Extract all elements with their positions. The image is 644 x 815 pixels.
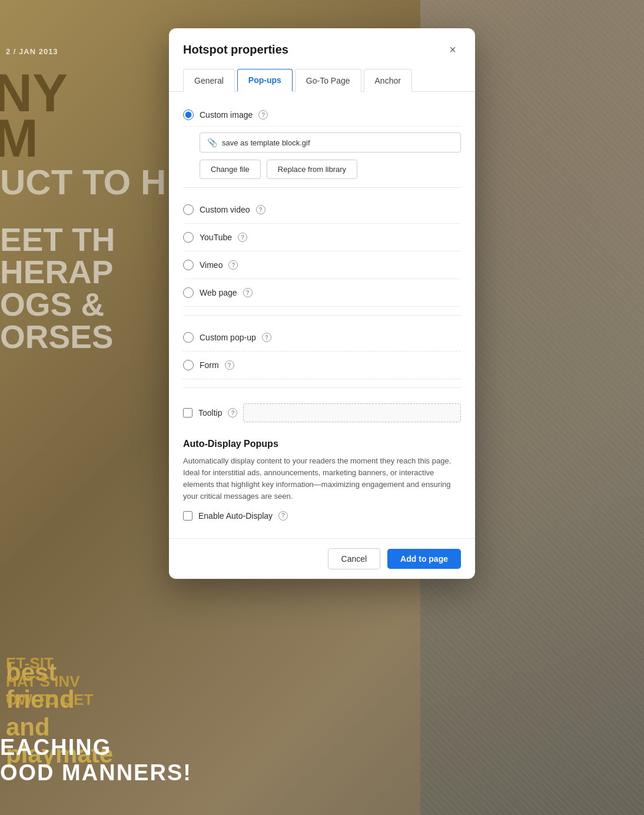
enable-row: Enable Auto-Display ? <box>183 511 461 521</box>
vimeo-section: Vimeo ? <box>183 251 461 279</box>
divider-3 <box>183 387 461 388</box>
form-help-icon[interactable]: ? <box>225 360 234 370</box>
cancel-button[interactable]: Cancel <box>328 548 381 569</box>
form-label[interactable]: Form <box>200 360 219 370</box>
tooltip-checkbox[interactable] <box>183 408 192 418</box>
vimeo-radio[interactable] <box>183 260 194 270</box>
vimeo-label[interactable]: Vimeo <box>200 260 223 270</box>
radio-sections: Custom video ? YouTube ? Vimeo ? <box>183 196 461 379</box>
dialog-footer: Cancel Add to page <box>169 538 475 579</box>
tooltip-row: Tooltip ? <box>183 396 461 429</box>
custom-image-help-icon[interactable]: ? <box>258 110 268 120</box>
youtube-section: YouTube ? <box>183 224 461 251</box>
dialog-header: Hotspot properties × <box>169 28 475 68</box>
custom-popup-radio[interactable] <box>183 332 194 343</box>
custom-image-radio[interactable] <box>183 110 194 120</box>
auto-display-title: Auto-Display Popups <box>183 439 461 449</box>
custom-popup-row: Custom pop-up ? <box>183 326 461 349</box>
youtube-row: YouTube ? <box>183 226 461 249</box>
tooltip-help-icon[interactable]: ? <box>228 408 237 418</box>
divider-1 <box>183 187 461 188</box>
add-to-page-button[interactable]: Add to page <box>387 549 461 569</box>
custom-popup-section: Custom pop-up ? <box>183 324 461 352</box>
tab-general[interactable]: General <box>183 69 235 92</box>
dialog-title: Hotspot properties <box>183 43 288 57</box>
custom-video-section: Custom video ? <box>183 196 461 224</box>
auto-display-section: Auto-Display Popups Automatically displa… <box>183 429 461 526</box>
vimeo-row: Vimeo ? <box>183 254 461 276</box>
custom-video-label[interactable]: Custom video <box>200 205 250 214</box>
tooltip-input[interactable] <box>243 403 461 422</box>
custom-image-label[interactable]: Custom image <box>200 110 253 120</box>
dialog-overlay: Hotspot properties × General Pop-ups Go-… <box>0 0 644 815</box>
web-page-help-icon[interactable]: ? <box>243 288 253 297</box>
vimeo-help-icon[interactable]: ? <box>228 260 238 270</box>
tab-goto[interactable]: Go-To Page <box>295 69 361 92</box>
form-row: Form ? <box>183 354 461 376</box>
custom-popup-help-icon[interactable]: ? <box>262 333 271 342</box>
file-input-row: 📎 save as template block.gif <box>200 132 461 153</box>
enable-auto-display-help-icon[interactable]: ? <box>278 511 288 521</box>
webpage-row: Web page ? <box>183 281 461 304</box>
web-page-radio[interactable] <box>183 287 194 298</box>
file-buttons-row: Change file Replace from library <box>200 160 461 179</box>
dialog-body: Custom image ? 📎 save as template block.… <box>169 92 475 538</box>
form-radio[interactable] <box>183 360 194 370</box>
custom-image-row: Custom image ? <box>183 104 461 127</box>
custom-video-help-icon[interactable]: ? <box>256 205 265 214</box>
enable-auto-display-checkbox[interactable] <box>183 511 192 521</box>
change-file-button[interactable]: Change file <box>200 160 261 179</box>
close-button[interactable]: × <box>444 41 461 58</box>
file-name-display: save as template block.gif <box>222 138 310 147</box>
custom-video-radio[interactable] <box>183 204 194 215</box>
paperclip-icon: 📎 <box>207 138 217 147</box>
webpage-section: Web page ? <box>183 279 461 307</box>
custom-popup-label[interactable]: Custom pop-up <box>200 333 256 342</box>
form-section: Form ? <box>183 352 461 379</box>
custom-video-row: Custom video ? <box>183 198 461 221</box>
tooltip-label[interactable]: Tooltip <box>198 408 222 418</box>
youtube-label[interactable]: YouTube <box>200 233 232 242</box>
hotspot-dialog: Hotspot properties × General Pop-ups Go-… <box>169 28 475 579</box>
auto-display-description: Automatically display content to your re… <box>183 455 461 503</box>
replace-from-library-button[interactable]: Replace from library <box>267 160 357 179</box>
tabs-row: General Pop-ups Go-To Page Anchor <box>169 68 475 92</box>
tab-anchor[interactable]: Anchor <box>364 69 412 92</box>
web-page-label[interactable]: Web page <box>200 288 237 297</box>
youtube-help-icon[interactable]: ? <box>238 233 247 242</box>
divider-2 <box>183 315 461 316</box>
enable-auto-display-label[interactable]: Enable Auto-Display <box>198 511 273 521</box>
youtube-radio[interactable] <box>183 232 194 243</box>
tab-popups[interactable]: Pop-ups <box>237 69 293 92</box>
